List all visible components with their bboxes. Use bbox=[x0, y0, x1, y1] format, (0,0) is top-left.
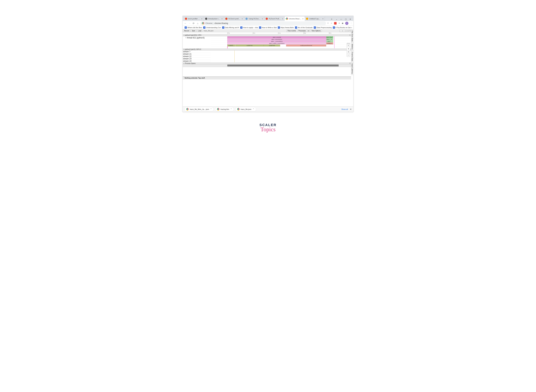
stream-track[interactable] bbox=[211, 60, 351, 62]
load-button[interactable]: Load bbox=[197, 30, 202, 32]
stream-track[interactable] bbox=[211, 53, 351, 55]
flame-chart[interactable]: aten::conv2daten::bat...aten::convolutio… bbox=[211, 36, 351, 48]
trace-bar-convol[interactable]: aten::convolution bbox=[227, 38, 326, 40]
side-tab[interactable]: Input Latency bbox=[351, 62, 354, 75]
browser-tab[interactable]: chrome://tracing × bbox=[285, 17, 305, 21]
extension-icon-1[interactable] bbox=[334, 22, 337, 24]
new-tab-button[interactable]: + bbox=[330, 18, 334, 21]
bookmark-item[interactable]: ■https://www.tfafor... bbox=[277, 26, 294, 29]
show-all-downloads[interactable]: Show all bbox=[341, 108, 348, 110]
browser-tab[interactable]: Using PyTorch Profiler... × bbox=[244, 17, 264, 21]
process-row-cpu[interactable]: ▾ python3 (pid 821): CPU X bbox=[183, 34, 351, 36]
tab-close-icon[interactable]: × bbox=[282, 18, 283, 20]
download-menu-icon[interactable]: ⌃ bbox=[230, 108, 232, 110]
stream-row[interactable]: stream 23 bbox=[183, 58, 351, 60]
menu-icon[interactable]: ⋮ bbox=[350, 22, 352, 24]
view-options-button[interactable]: View Options bbox=[310, 30, 322, 32]
nav-left-button[interactable]: ← bbox=[340, 30, 342, 32]
span-bar[interactable] bbox=[227, 65, 339, 66]
forward-button[interactable]: → bbox=[188, 22, 191, 24]
bookmarks-overflow-icon[interactable]: » bbox=[351, 27, 352, 28]
stream-track[interactable] bbox=[211, 58, 351, 60]
share-icon[interactable]: ⇪ bbox=[327, 22, 329, 24]
trace-bar-cf1[interactable]: cudaFree bbox=[235, 45, 264, 47]
collapse-icon[interactable]: ▸ bbox=[184, 63, 184, 64]
nav-more-button[interactable]: » bbox=[346, 30, 348, 32]
select-tool[interactable]: ↖ bbox=[347, 44, 350, 47]
timing-tool[interactable]: ↔ bbox=[347, 54, 350, 57]
trace-bar-cf2[interactable]: cudaFree bbox=[264, 45, 280, 47]
bookmark-item[interactable]: ■Data Preprocessing... bbox=[313, 26, 331, 29]
stream-row[interactable]: stream 21 bbox=[183, 53, 351, 55]
tab-close-icon[interactable]: × bbox=[221, 18, 223, 20]
trace-bar-aten[interactable]: aten::... bbox=[326, 41, 333, 42]
collapse-icon[interactable]: ▾ bbox=[184, 49, 184, 50]
window-dropdown-icon[interactable]: ⌄ bbox=[336, 18, 337, 20]
process-row-gpu[interactable]: ▾ python3 (pid 0): GPU 0 X bbox=[183, 48, 351, 51]
thread-label[interactable]: ▾ thread 821 (python3) bbox=[183, 36, 211, 48]
minimize-button[interactable]: — bbox=[340, 18, 342, 20]
side-tab[interactable]: Frame Data bbox=[351, 51, 354, 62]
collapse-icon[interactable]: ▾ bbox=[184, 34, 184, 36]
tab-close-icon[interactable]: × bbox=[262, 18, 263, 20]
stream-row[interactable]: stream 7 bbox=[183, 51, 351, 53]
stream-track[interactable] bbox=[211, 51, 351, 53]
save-button[interactable]: Save bbox=[191, 30, 196, 32]
time-ruler[interactable]: 0 s2 s4 s6 s8 s bbox=[183, 32, 351, 34]
stream-row[interactable]: stream 22 bbox=[183, 55, 351, 58]
trace-bar-cudnn[interactable]: aten::cudnn_convolution bbox=[227, 42, 326, 44]
trace-bar-bat[interactable]: aten::bat... bbox=[326, 36, 333, 38]
bookmark-item[interactable]: ■How to apply – Inla... bbox=[240, 26, 258, 29]
stream-row[interactable]: stream 24 bbox=[183, 60, 351, 62]
pan-down-tool[interactable]: ↧ bbox=[347, 50, 350, 54]
close-row-icon[interactable]: X bbox=[349, 34, 350, 36]
download-item[interactable]: tracing.htm ⌃ bbox=[215, 107, 234, 112]
download-menu-icon[interactable]: ⌃ bbox=[210, 108, 212, 110]
reload-button[interactable]: ⟳ bbox=[192, 22, 195, 24]
side-tab[interactable]: Metrics bbox=[351, 43, 354, 51]
home-button[interactable]: ⌂ bbox=[196, 22, 199, 24]
omnibox[interactable]: Chrome | chrome://tracing bbox=[200, 21, 326, 25]
processes-button[interactable]: Processes bbox=[297, 30, 307, 32]
m-button[interactable]: M bbox=[307, 30, 310, 32]
zoom-tool[interactable]: + bbox=[347, 47, 350, 50]
record-button[interactable]: Record bbox=[183, 30, 190, 32]
extensions-icon[interactable]: ✦ bbox=[339, 22, 340, 24]
profile-avatar[interactable]: S bbox=[345, 22, 348, 25]
close-row-icon[interactable]: X bbox=[349, 62, 350, 64]
trace-bar-cudala[interactable]: cudaLa... bbox=[326, 42, 333, 44]
help-button[interactable]: ? bbox=[349, 30, 351, 32]
browser-tab[interactable]: Introduction to PyTor... × bbox=[204, 17, 224, 21]
download-item[interactable]: trace_file_Mon_Ja....json ⌃ bbox=[184, 107, 214, 112]
stream-track[interactable] bbox=[211, 55, 351, 58]
browser-tab[interactable]: PyTorch Profiler — Py... × bbox=[264, 17, 285, 21]
trace-bar-conv2d[interactable]: aten::conv2d bbox=[227, 36, 326, 38]
bookmark-item[interactable]: ■How to Write a Stat... bbox=[258, 26, 277, 29]
nav-right-button[interactable]: → bbox=[343, 30, 346, 32]
trace-bar-b[interactable]: aten::_b... bbox=[326, 38, 333, 40]
side-tab[interactable]: Flie Size Stats bbox=[351, 29, 354, 43]
trace-bar-uconv[interactable]: aten::_convolution bbox=[227, 41, 326, 42]
site-info-icon[interactable] bbox=[202, 22, 204, 24]
tab-close-icon[interactable]: × bbox=[322, 18, 324, 20]
tab-close-icon[interactable]: × bbox=[201, 18, 202, 20]
bookmark-item[interactable]: ■Where did the Bina... bbox=[184, 26, 202, 29]
browser-tab[interactable]: PyTorch profiler | Wh... × bbox=[224, 17, 244, 21]
close-window-button[interactable]: ✕ bbox=[349, 18, 351, 20]
tab-close-icon[interactable]: × bbox=[242, 18, 243, 20]
tab-close-icon[interactable]: × bbox=[302, 18, 303, 20]
bookmark-item[interactable]: ■8 Top Books on Dat... bbox=[332, 26, 350, 29]
browser-tab[interactable]: torch.profiler — PyTo... × bbox=[184, 17, 204, 21]
flow-events-button[interactable]: Flow events bbox=[287, 30, 297, 32]
download-item[interactable]: trace_file.json ⌃ bbox=[235, 107, 256, 112]
close-downloads-icon[interactable]: ✕ bbox=[350, 108, 352, 111]
maximize-button[interactable]: ▢ bbox=[345, 18, 347, 20]
sidepanel-icon[interactable]: ▣ bbox=[342, 22, 343, 24]
collapse-icon[interactable]: ▾ bbox=[186, 37, 186, 39]
download-menu-icon[interactable]: ⌃ bbox=[253, 108, 254, 110]
bookmark-item[interactable]: ■Art of the Graduate... bbox=[294, 26, 312, 29]
bookmark-item[interactable]: ■Data Mining and K... bbox=[221, 26, 239, 29]
process-spans-row[interactable]: ▸ Process Spans X bbox=[183, 62, 351, 65]
star-icon[interactable]: ☆ bbox=[330, 22, 332, 24]
back-button[interactable]: ← bbox=[184, 22, 187, 24]
